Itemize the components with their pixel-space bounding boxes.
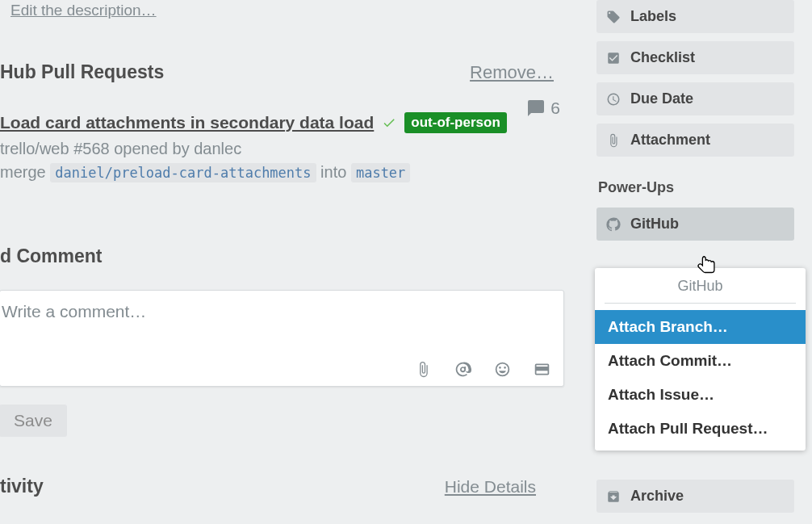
comment-box[interactable]: Write a comment… (0, 290, 564, 387)
popup-item-attach-branch[interactable]: Attach Branch… (595, 310, 806, 344)
sidebar-label: Attachment (630, 132, 710, 149)
clock-icon (606, 92, 621, 107)
comment-section-title: d Comment (0, 245, 103, 266)
sidebar-label: Checklist (630, 49, 695, 66)
save-button[interactable]: Save (0, 405, 67, 437)
comment-count[interactable]: 6 (526, 99, 560, 118)
sidebar-duedate[interactable]: Due Date (596, 82, 794, 115)
popup-title: GitHub (605, 278, 796, 304)
attach-icon[interactable] (415, 361, 432, 378)
comment-input[interactable]: Write a comment… (0, 291, 563, 321)
sidebar-label: GitHub (630, 216, 679, 233)
pr-opened-by-user: danlec (194, 140, 241, 157)
merge-into: into (320, 163, 346, 181)
pr-section-header: Hub Pull Requests Remove… (0, 61, 565, 83)
activity-title: tivity (0, 476, 44, 497)
sidebar-checklist[interactable]: Checklist (596, 41, 794, 74)
emoji-icon[interactable] (494, 361, 511, 378)
comment-toolbar (415, 361, 550, 378)
pr-repo: trello/web (0, 140, 69, 157)
pr-item-title-row: Load card attachments in secondary data … (0, 112, 507, 133)
powerups-heading: Power-Ups (598, 179, 794, 196)
github-icon (606, 217, 621, 232)
checklist-icon (606, 51, 621, 65)
target-chip[interactable]: master (351, 163, 410, 182)
activity-header: tivity Hide Details (0, 476, 565, 497)
pr-number: #568 (73, 140, 110, 157)
comment-icon (526, 99, 546, 118)
status-tag: out-of-person (404, 112, 506, 133)
tag-icon (606, 10, 621, 24)
comment-count-number: 6 (550, 99, 560, 118)
popup-item-attach-commit[interactable]: Attach Commit… (595, 344, 806, 378)
sidebar-archive[interactable]: Archive (596, 480, 794, 513)
github-popup: GitHub Attach Branch… Attach Commit… Att… (595, 268, 806, 451)
mention-icon[interactable] (454, 361, 471, 378)
sidebar-attachment[interactable]: Attachment (596, 124, 794, 157)
merge-prefix: merge (0, 163, 46, 181)
pr-opened-by-prefix: opened by (114, 140, 189, 157)
pr-link[interactable]: Load card attachments in secondary data … (0, 113, 374, 132)
sidebar-labels[interactable]: Labels (596, 0, 794, 33)
attach-icon (606, 133, 621, 148)
merge-line: merge daniel/preload-card-attachments in… (0, 163, 565, 182)
sidebar-label: Labels (630, 8, 676, 25)
archive-icon (606, 489, 621, 504)
hide-details-link[interactable]: Hide Details (445, 477, 536, 497)
card-icon[interactable] (534, 361, 550, 378)
popup-item-attach-pr[interactable]: Attach Pull Request… (595, 412, 806, 446)
edit-description-link[interactable]: Edit the description… (10, 2, 157, 19)
branch-chip[interactable]: daniel/preload-card-attachments (50, 163, 316, 182)
remove-link[interactable]: Remove… (470, 62, 554, 83)
sidebar-github[interactable]: GitHub (596, 208, 794, 241)
sidebar-label: Archive (630, 488, 684, 505)
pr-subline: trello/web #568 opened by danlec (0, 140, 565, 158)
popup-item-attach-issue[interactable]: Attach Issue… (595, 378, 806, 412)
pr-section-title: Hub Pull Requests (0, 61, 164, 83)
main-column: Edit the description… Hub Pull Requests … (0, 0, 565, 524)
check-icon (382, 115, 396, 130)
sidebar-label: Due Date (630, 90, 693, 107)
